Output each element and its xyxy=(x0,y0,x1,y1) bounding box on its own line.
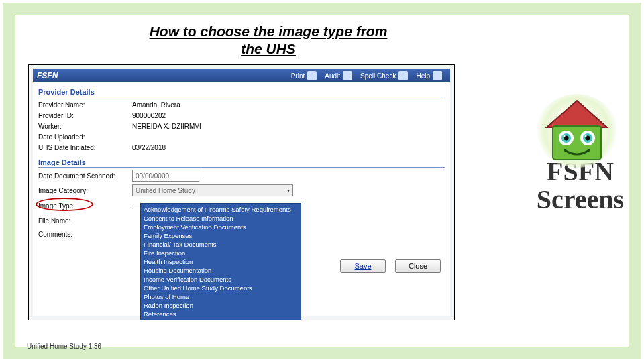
dropdown-option[interactable]: Other Unified Home Study Documents xyxy=(144,284,298,292)
provider-name-label: Provider Name: xyxy=(38,101,132,109)
audit-label: Audit xyxy=(325,72,340,80)
dropdown-option[interactable]: Financial/ Tax Documents xyxy=(144,240,298,249)
spellcheck-label: Spell Check xyxy=(360,72,396,80)
print-button[interactable]: Print xyxy=(291,71,317,80)
date-scanned-label: Date Document Scanned: xyxy=(38,172,132,180)
app-topbar: FSFN Print Audit Spell Check Help xyxy=(33,69,450,82)
uhs-date-value: 03/22/2018 xyxy=(132,144,445,152)
image-type-dropdown[interactable]: Acknowledgement of Firearms Safety Requi… xyxy=(140,203,301,320)
worker-label: Worker: xyxy=(38,123,132,130)
print-icon xyxy=(307,71,317,80)
image-category-value: Unified Home Study xyxy=(136,187,195,194)
file-name-label: File Name: xyxy=(38,217,132,225)
help-button[interactable]: Help xyxy=(416,71,442,80)
image-category-select[interactable]: Unified Home Study ▾ xyxy=(132,184,293,196)
divider xyxy=(38,167,445,168)
dropdown-option[interactable]: Photos of Home xyxy=(144,292,298,301)
image-details-header: Image Details xyxy=(38,158,445,166)
print-label: Print xyxy=(291,72,305,80)
uhs-date-label: UHS Date Initiated: xyxy=(38,144,132,152)
date-scanned-value: 00/00/0000 xyxy=(136,172,169,180)
app-window: FSFN Print Audit Spell Check Help xyxy=(33,69,450,316)
spellcheck-icon xyxy=(398,71,408,80)
worker-value: NEREIDA X. DZIIRMVI xyxy=(132,123,445,130)
dropdown-option[interactable]: Health Inspection xyxy=(144,257,298,266)
dropdown-option[interactable]: References xyxy=(144,310,298,318)
dropdown-option[interactable]: Family Expenses xyxy=(144,231,298,240)
image-category-label: Image Category: xyxy=(38,187,132,194)
button-bar: Save Close xyxy=(340,259,441,273)
slide-title: How to choose the image type from the UH… xyxy=(141,23,396,58)
help-icon xyxy=(433,71,442,80)
house-character xyxy=(537,94,617,168)
audit-icon xyxy=(343,71,352,80)
svg-marker-0 xyxy=(547,101,607,127)
dropdown-option[interactable]: Fire Inspection xyxy=(144,249,298,257)
save-button[interactable]: Save xyxy=(340,259,386,273)
provider-id-label: Provider ID: xyxy=(38,112,132,119)
provider-name-value: Amanda, Rivera xyxy=(132,101,445,109)
dropdown-option[interactable]: Unified Home Study - Signature Page xyxy=(144,318,298,320)
close-button[interactable]: Close xyxy=(395,259,441,273)
dropdown-option[interactable]: Employment Verification Documents xyxy=(144,223,298,231)
dropdown-option[interactable]: Consent to Release Information xyxy=(144,214,298,223)
app-screenshot: FSFN Print Audit Spell Check Help xyxy=(28,64,455,320)
svg-point-8 xyxy=(564,135,566,137)
app-name: FSFN xyxy=(37,71,58,80)
dropdown-option[interactable]: Acknowledgement of Firearms Safety Requi… xyxy=(144,205,298,214)
image-type-label: Image Type: xyxy=(38,202,132,210)
chevron-down-icon: ▾ xyxy=(287,188,290,194)
comments-label: Comments: xyxy=(38,231,132,238)
provider-id-value: 900000202 xyxy=(132,112,445,119)
slide: How to choose the image type from the UH… xyxy=(0,0,644,362)
svg-point-9 xyxy=(585,135,587,137)
slide-footer: Unified Home Study 1.36 xyxy=(27,343,101,350)
spellcheck-button[interactable]: Spell Check xyxy=(360,71,408,80)
dropdown-option[interactable]: Income Verification Documents xyxy=(144,275,298,284)
audit-button[interactable]: Audit xyxy=(325,71,352,80)
help-label: Help xyxy=(416,72,430,80)
date-uploaded-label: Date Uploaded: xyxy=(38,133,132,141)
dropdown-option[interactable]: Radon Inspection xyxy=(144,301,298,310)
house-icon xyxy=(543,99,610,163)
dropdown-option[interactable]: Housing Documentation xyxy=(144,266,298,275)
divider xyxy=(38,97,445,97)
provider-details-header: Provider Details xyxy=(38,88,445,96)
date-scanned-input[interactable]: 00/00/0000 xyxy=(132,170,445,182)
